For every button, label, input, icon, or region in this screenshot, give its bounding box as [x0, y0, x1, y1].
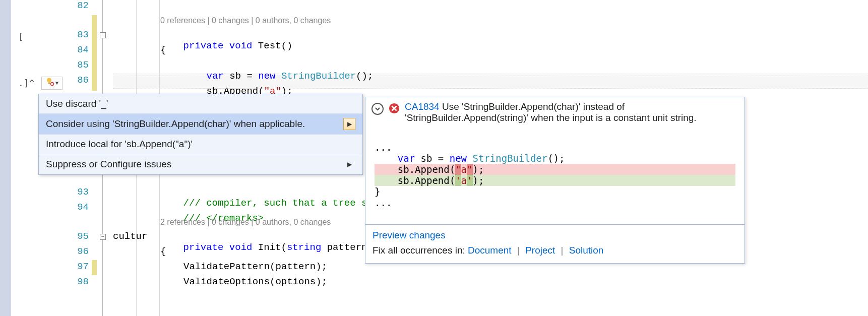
analyzer-rule-desc: Use 'StringBuilder.Append(char)' instead… [405, 101, 697, 123]
diff-added-line: sb.Append('a'); [375, 175, 735, 186]
quick-action-introduce-local[interactable]: Introduce local for 'sb.Append("a")' [39, 135, 362, 154]
lightbulb-icon [45, 77, 54, 89]
diff-context: ... [375, 197, 392, 208]
line-number: 84 [66, 44, 89, 55]
chevron-down-icon: ▼ [55, 81, 58, 86]
code-line: ValidateOptions(options); [183, 276, 327, 287]
analyzer-rule-id[interactable]: CA1834 [405, 101, 440, 112]
codelens-info[interactable]: 2 references | 0 changes | 0 authors, 0 … [160, 218, 331, 227]
line-number: 97 [66, 261, 89, 272]
diff-preview: ... var sb = new StringBuilder(); sb.App… [365, 129, 745, 225]
quick-action-use-discard[interactable]: Use discard '_' [39, 94, 362, 114]
error-icon [389, 103, 400, 114]
change-mark [92, 15, 97, 91]
lightbulb-dropdown[interactable]: ▼ [41, 77, 63, 90]
code-line: ValidatePattern(pattern); [183, 261, 327, 272]
quick-action-append-char[interactable]: Consider using 'StringBuilder.Append(cha… [39, 114, 362, 135]
collapse-toggle-icon[interactable] [371, 103, 384, 115]
fix-all-project-link[interactable]: Project [525, 245, 555, 256]
preview-actions: Preview changes Fix all occurrences in: … [365, 225, 745, 263]
line-number: 94 [66, 202, 89, 213]
diff-context: ... [375, 142, 392, 153]
outline-collapse-toggle[interactable]: − [100, 32, 106, 38]
fix-all-solution-link[interactable]: Solution [569, 245, 604, 256]
fix-all-label: Fix all occurrences in: [373, 245, 468, 256]
bracket-open-glyph: [ [18, 31, 24, 42]
line-number: 85 [66, 59, 89, 71]
menu-item-label: Suppress or Configure issues [46, 159, 171, 170]
scrollbar-left-gap [0, 0, 11, 316]
code-line: private void Test() [160, 29, 292, 62]
diff-removed-line: sb.Append("a"); [375, 164, 735, 175]
code-line: { [160, 44, 166, 55]
line-number: 86 [66, 75, 89, 86]
diff-context: } [375, 186, 380, 197]
fix-preview-panel: CA1834 Use 'StringBuilder.Append(char)' … [365, 97, 745, 264]
preview-header-text: CA1834 Use 'StringBuilder.Append(char)' … [405, 101, 738, 123]
outline-collapse-toggle[interactable]: − [100, 234, 106, 240]
menu-item-label: Introduce local for 'sb.Append("a")' [46, 139, 193, 150]
line-number: 96 [66, 246, 89, 257]
quick-actions-menu: Use discard '_' Consider using 'StringBu… [38, 94, 363, 175]
gutter-blank [11, 0, 16, 316]
separator: | [558, 245, 567, 256]
svg-rect-1 [48, 83, 50, 84]
codelens-info[interactable]: 0 references | 0 changes | 0 authors, 0 … [160, 16, 331, 25]
menu-item-label: Use discard '_' [46, 98, 108, 109]
bracket-close-glyph: .]^ [18, 78, 35, 88]
change-mark [92, 260, 97, 275]
line-number: 95 [66, 231, 89, 242]
fix-all-document-link[interactable]: Document [468, 245, 512, 256]
preview-header: CA1834 Use 'StringBuilder.Append(char)' … [365, 97, 745, 129]
svg-point-0 [47, 78, 51, 83]
diff-context: var sb = new StringBuilder(); [375, 153, 565, 164]
line-number: 83 [66, 29, 89, 40]
quick-action-suppress-configure[interactable]: Suppress or Configure issues ▶ [39, 154, 362, 174]
code-line: { [160, 246, 166, 257]
menu-item-label: Consider using 'StringBuilder.Append(cha… [46, 118, 305, 130]
submenu-arrow-icon: ▶ [343, 158, 355, 170]
separator: | [514, 245, 523, 256]
line-number: 82 [66, 0, 89, 11]
fix-all-row: Fix all occurrences in: Document | Proje… [373, 245, 737, 256]
line-number: 93 [66, 186, 89, 198]
bracket-gutter: [ .]^ [16, 0, 39, 316]
submenu-arrow-icon: ▶ [343, 118, 355, 130]
line-number: 98 [66, 276, 89, 287]
preview-changes-link[interactable]: Preview changes [373, 230, 446, 240]
